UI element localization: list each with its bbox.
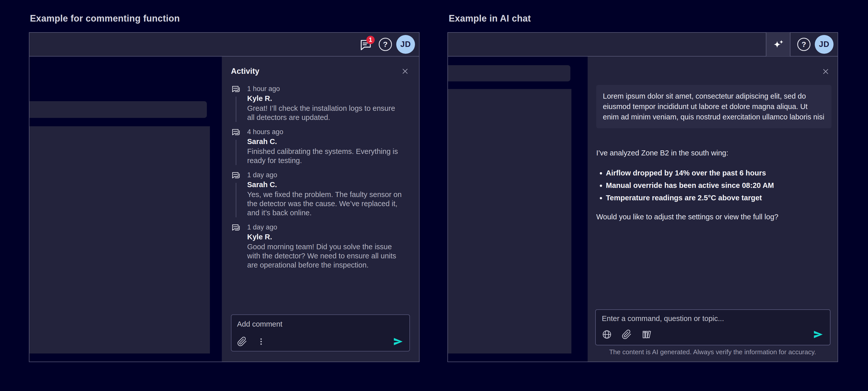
ai-chat-panel: Lorem ipsum dolor sit amet, consectetur … — [588, 57, 838, 362]
knowledge-library-button[interactable] — [641, 329, 652, 339]
ai-bullet: Temperature readings are 2.5°C above tar… — [606, 193, 829, 202]
comment-item: 1 hour ago Kyle R. Great! I’ll check the… — [231, 85, 410, 122]
paperclip-icon — [622, 329, 632, 339]
ai-chat-example-card: ? JD Lorem ipsum dolor sit amet, consect… — [447, 32, 838, 362]
comment-author: Sarah C. — [247, 180, 404, 189]
send-comment-button[interactable] — [392, 336, 404, 348]
ai-bullet: Manual override has been active since 08… — [606, 181, 829, 190]
notification-badge: 1 — [366, 36, 375, 44]
help-button[interactable]: ? — [794, 33, 814, 56]
web-search-button[interactable] — [602, 329, 612, 339]
chat-input-box — [595, 309, 831, 345]
ai-response-intro: I’ve analyzed Zone B2 in the south wing: — [596, 148, 829, 158]
sparkles-icon — [772, 38, 785, 51]
comment-text: Great! I’ll check the installation logs … — [247, 104, 404, 122]
comment-author: Kyle R. — [247, 232, 404, 242]
ai-card-body: Lorem ipsum dolor sit amet, consectetur … — [448, 57, 838, 362]
send-icon — [812, 329, 824, 340]
paperclip-icon — [237, 336, 247, 347]
library-icon — [641, 329, 652, 339]
globe-icon — [602, 329, 612, 339]
activity-panel-header: Activity — [222, 57, 419, 83]
comment-bubble-icon — [231, 127, 241, 137]
send-chat-button[interactable] — [812, 329, 824, 340]
timeline-connector — [236, 140, 236, 165]
user-message-bubble: Lorem ipsum dolor sit amet, consectetur … — [596, 85, 832, 128]
user-avatar[interactable]: JD — [396, 35, 415, 54]
more-options-button[interactable] — [257, 336, 266, 347]
comment-time: 1 hour ago — [247, 85, 404, 93]
close-activity-button[interactable] — [401, 67, 409, 76]
comment-bubble-icon — [231, 223, 241, 233]
add-comment-input[interactable] — [237, 320, 404, 335]
comment-time: 4 hours ago — [247, 127, 404, 136]
timeline-connector — [236, 183, 236, 217]
ai-response: I’ve analyzed Zone B2 in the south wing:… — [596, 148, 829, 221]
commenting-example-card: 1 ? JD Activity — [29, 32, 420, 362]
comment-author: Kyle R. — [247, 94, 404, 103]
chat-input[interactable] — [602, 314, 824, 328]
add-comment-box — [231, 314, 410, 352]
user-avatar[interactable]: JD — [815, 35, 834, 54]
comment-text: Yes, we fixed the problem. The faulty se… — [247, 190, 404, 217]
send-icon — [392, 336, 404, 348]
comment-bubble-icon — [231, 85, 241, 94]
comments-button[interactable]: 1 — [356, 33, 375, 56]
content-placeholder-bar — [29, 101, 207, 118]
ai-response-bullets: Airflow dropped by 14% over the past 6 h… — [600, 169, 829, 202]
comment-item: 4 hours ago Sarah C. Finished calibratin… — [231, 127, 410, 165]
attach-file-button[interactable] — [622, 329, 632, 339]
ai-assistant-button[interactable] — [766, 32, 790, 56]
help-button[interactable]: ? — [375, 33, 395, 56]
kebab-menu-icon — [257, 336, 266, 347]
close-icon — [822, 68, 830, 75]
comment-bubble-icon — [231, 171, 241, 180]
content-placeholder-block — [448, 89, 571, 354]
right-section-title: Example in AI chat — [449, 13, 531, 24]
comment-time: 1 day ago — [247, 171, 404, 179]
comment-item: 1 day ago Kyle R. Good morning team! Did… — [231, 223, 410, 270]
content-placeholder-bar — [448, 65, 570, 81]
attach-file-button[interactable] — [237, 336, 247, 347]
close-icon — [401, 67, 409, 75]
help-icon: ? — [379, 38, 392, 51]
activity-title: Activity — [231, 67, 259, 76]
comment-list: 1 hour ago Kyle R. Great! I’ll check the… — [222, 83, 419, 275]
app-header: ? JD — [448, 33, 838, 57]
commenting-card-body: Activity — [29, 57, 419, 362]
comment-author: Sarah C. — [247, 137, 404, 146]
app-header: 1 ? JD — [29, 33, 419, 57]
activity-panel: Activity — [222, 57, 419, 362]
content-placeholder-block — [29, 126, 210, 354]
ai-bullet: Airflow dropped by 14% over the past 6 h… — [606, 169, 829, 178]
close-chat-button[interactable] — [822, 67, 830, 76]
comment-time: 1 day ago — [247, 223, 404, 232]
help-icon: ? — [797, 38, 810, 51]
comment-text: Finished calibrating the systems. Everyt… — [247, 147, 404, 165]
timeline-connector — [236, 97, 236, 122]
comment-item: 1 day ago Sarah C. Yes, we fixed the pro… — [231, 171, 410, 217]
ai-disclaimer: The content is AI generated. Always veri… — [588, 348, 838, 356]
left-section-title: Example for commenting function — [30, 13, 180, 24]
ai-response-closing: Would you like to adjust the settings or… — [596, 212, 829, 221]
comment-text: Good morning team! Did you solve the iss… — [247, 242, 404, 270]
